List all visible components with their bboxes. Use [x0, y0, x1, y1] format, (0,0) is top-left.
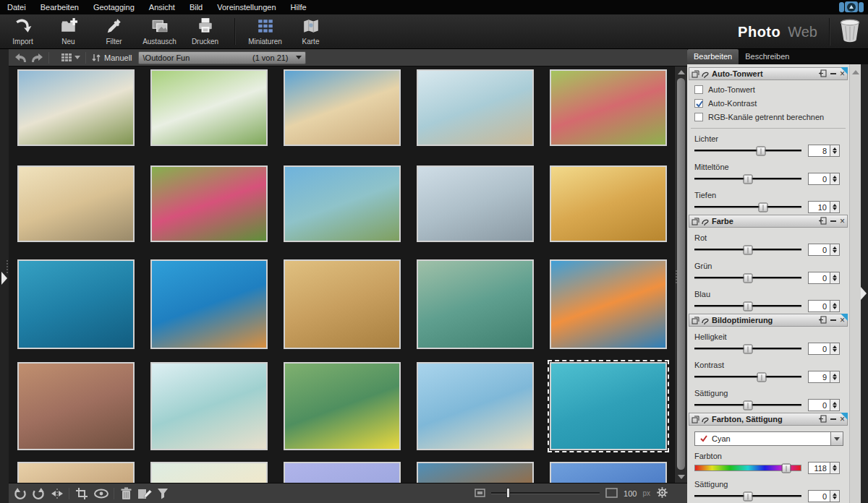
- value-slider[interactable]: [694, 206, 801, 208]
- value-slider[interactable]: [694, 305, 801, 307]
- value-spinner[interactable]: [830, 343, 840, 355]
- value-spinner[interactable]: [830, 371, 840, 383]
- value-spinner[interactable]: [830, 399, 840, 411]
- preview-eye-icon[interactable]: [93, 488, 109, 499]
- slider-handle[interactable]: [744, 400, 753, 410]
- new-button[interactable]: Neu: [46, 14, 91, 48]
- rotate-right-icon[interactable]: [32, 487, 45, 500]
- section-minimize-icon[interactable]: [830, 319, 836, 321]
- rotate-left-icon[interactable]: [14, 487, 27, 500]
- slider-value-field[interactable]: 0: [808, 490, 830, 502]
- thumb-clouds-sky[interactable]: [284, 462, 401, 483]
- slider-handle[interactable]: [744, 273, 753, 283]
- slider-value-field[interactable]: 0: [808, 272, 830, 284]
- spinner-down-icon[interactable]: [833, 349, 837, 352]
- forward-icon[interactable]: [30, 53, 43, 63]
- hue-rainbow-slider[interactable]: [694, 465, 801, 471]
- zoom-large-thumbnails-icon[interactable]: [605, 488, 618, 499]
- spinner-down-icon[interactable]: [833, 306, 837, 309]
- mode-web-label[interactable]: Web: [788, 24, 817, 40]
- thumb-boy-with-seagulls[interactable]: [417, 69, 534, 146]
- checkbox[interactable]: [694, 85, 703, 94]
- filter-funnel-icon[interactable]: [157, 487, 169, 499]
- tab-beschreiben[interactable]: Beschreiben: [739, 49, 796, 64]
- slider-value-field[interactable]: 0: [808, 244, 830, 256]
- map-button[interactable]: Karte: [288, 14, 333, 48]
- spinner-down-icon[interactable]: [833, 151, 837, 154]
- spinner-down-icon[interactable]: [833, 377, 837, 380]
- value-slider[interactable]: [694, 348, 801, 350]
- spinner-up-icon[interactable]: [833, 147, 837, 150]
- section-pin-icon[interactable]: [818, 316, 827, 325]
- checkbox[interactable]: [694, 99, 703, 108]
- back-icon[interactable]: [14, 53, 27, 63]
- thumb-beagle-in-straw[interactable]: [284, 259, 401, 349]
- thumb-mother-and-child[interactable]: [17, 165, 135, 242]
- menu-hilfe[interactable]: Hilfe: [284, 1, 314, 14]
- spinner-down-icon[interactable]: [833, 468, 837, 471]
- menu-voreinstellungen[interactable]: Voreinstellungen: [210, 1, 283, 14]
- view-layout-icon[interactable]: [61, 53, 72, 61]
- spinner-up-icon[interactable]: [833, 176, 837, 179]
- thumb-hands-raised-beach[interactable]: [150, 462, 268, 483]
- value-slider[interactable]: [694, 404, 801, 406]
- slider-handle[interactable]: [758, 202, 767, 212]
- thumb-coral-reef-fish[interactable]: [150, 259, 268, 349]
- folder-path-dropdown[interactable]: \Outdoor Fun (1 von 21): [138, 51, 306, 64]
- menu-datei[interactable]: Datei: [0, 1, 33, 14]
- slider-value-field[interactable]: 0: [808, 399, 830, 411]
- value-slider[interactable]: [694, 150, 801, 152]
- thumb-family-kayaking[interactable]: [284, 362, 401, 450]
- section-tools-icon[interactable]: [692, 70, 710, 78]
- collapse-right-panel-arrow-icon[interactable]: [861, 287, 867, 300]
- slider-value-field[interactable]: 9: [808, 371, 830, 383]
- crop-icon[interactable]: [75, 487, 88, 500]
- channel-dropdown[interactable]: Cyan: [694, 431, 843, 446]
- section-header[interactable]: Auto-Tonwert×: [689, 67, 848, 80]
- slider-handle[interactable]: [744, 245, 753, 254]
- thumb-girl-underwater[interactable]: [17, 259, 135, 349]
- folder-dropdown-caret-icon[interactable]: [296, 56, 302, 59]
- value-spinner[interactable]: [830, 462, 840, 474]
- section-close-icon[interactable]: ×: [840, 218, 845, 225]
- menu-ansicht[interactable]: Ansicht: [142, 1, 182, 14]
- spinner-down-icon[interactable]: [833, 207, 837, 210]
- scrollbar-thumb[interactable]: [677, 78, 685, 470]
- spinner-up-icon[interactable]: [833, 402, 837, 405]
- filter-button[interactable]: Filter: [91, 14, 137, 48]
- expand-left-panel-arrow-icon[interactable]: [1, 272, 7, 285]
- zoom-small-thumbnails-icon[interactable]: [475, 489, 485, 499]
- section-tools-icon[interactable]: [692, 416, 710, 424]
- thumb-boy-fishing[interactable]: [417, 259, 534, 349]
- menu-bearbeiten[interactable]: Bearbeiten: [33, 1, 86, 14]
- rename-edit-icon[interactable]: [137, 487, 152, 500]
- value-slider[interactable]: [694, 495, 801, 497]
- thumb-girl-eating-watermelon[interactable]: [550, 69, 667, 146]
- grid-vertical-scrollbar[interactable]: [674, 66, 687, 483]
- trash-can-icon[interactable]: [839, 19, 861, 45]
- spinner-down-icon[interactable]: [833, 496, 837, 499]
- thumb-bear-in-river[interactable]: [417, 462, 534, 483]
- thumbnails-button[interactable]: Miniaturen: [242, 14, 288, 48]
- slider-value-field[interactable]: 0: [808, 300, 830, 312]
- value-slider[interactable]: [694, 249, 801, 251]
- checkbox[interactable]: [694, 113, 703, 121]
- right-panel-collapsed-strip[interactable]: [861, 64, 868, 503]
- value-spinner[interactable]: [830, 490, 840, 502]
- thumb-family-boardwalk[interactable]: [284, 165, 401, 242]
- section-tools-icon[interactable]: [692, 218, 710, 225]
- section-tools-icon[interactable]: [692, 317, 710, 324]
- spinner-down-icon[interactable]: [833, 278, 837, 281]
- import-button[interactable]: Import: [0, 14, 46, 48]
- section-header[interactable]: Farbe×: [689, 215, 848, 228]
- spinner-up-icon[interactable]: [833, 275, 837, 278]
- value-spinner[interactable]: [830, 244, 840, 256]
- thumbnail-size-slider[interactable]: [491, 492, 600, 494]
- thumb-girl-in-swim-ring[interactable]: [550, 259, 667, 349]
- left-panel-collapsed-strip[interactable]: [0, 49, 9, 503]
- spinner-down-icon[interactable]: [833, 179, 837, 182]
- value-spinner[interactable]: [830, 272, 840, 284]
- section-minimize-icon[interactable]: [830, 418, 836, 420]
- spinner-down-icon[interactable]: [833, 405, 837, 408]
- value-spinner[interactable]: [830, 173, 840, 185]
